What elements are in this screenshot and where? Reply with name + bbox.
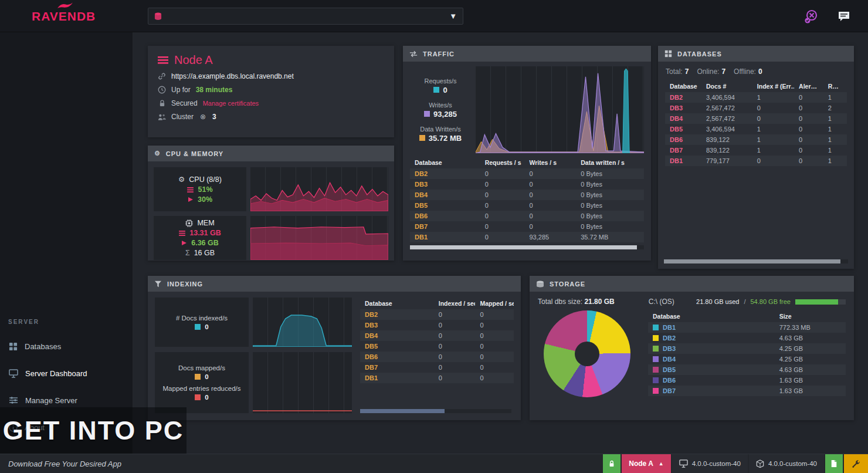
db-link[interactable]: DB7: [663, 387, 676, 394]
db-link[interactable]: DB1: [663, 324, 676, 331]
cell: 0: [480, 190, 525, 200]
db-link[interactable]: DB1: [410, 232, 480, 242]
cell: 0 Bytes: [576, 211, 644, 221]
cell: 2,567,472: [701, 113, 752, 124]
db-color-swatch: [653, 377, 659, 383]
node-url[interactable]: https://a.example.dbs.local.ravendb.net: [171, 72, 294, 80]
cell: 0 Bytes: [576, 221, 644, 232]
db-link[interactable]: DB2: [665, 92, 701, 103]
storage-pie[interactable]: [544, 310, 630, 397]
horizontal-scrollbar[interactable]: [664, 259, 848, 263]
db-link[interactable]: DB4: [410, 190, 480, 200]
horizontal-scrollbar[interactable]: [360, 409, 511, 413]
requests-stat: Requests/s 0: [410, 77, 471, 94]
col-header: Mapped / sec: [475, 298, 514, 309]
dashboard-monitor-icon: [9, 369, 18, 378]
db-link[interactable]: DB2: [410, 168, 480, 179]
table-row: DB6839,122101: [665, 134, 847, 145]
table-row: DB500: [360, 341, 514, 352]
col-header: Data written / s: [576, 157, 644, 168]
col-header: Docs #: [701, 80, 752, 92]
cell: 0: [480, 200, 525, 211]
machine-lines-icon: [187, 187, 194, 192]
db-link[interactable]: DB5: [665, 124, 701, 134]
database-switcher-dropdown[interactable]: ▼: [148, 8, 463, 25]
db-link[interactable]: DB6: [663, 377, 676, 384]
cell: 1: [823, 113, 847, 124]
studio-version-button[interactable]: 4.0.0-custom-40: [672, 454, 748, 473]
col-header: R…: [823, 80, 847, 92]
panel-header: STORAGE: [530, 276, 854, 292]
mem-total-value: 16 GB: [194, 249, 215, 257]
db-link[interactable]: DB4: [360, 330, 434, 341]
mem-process-value: 6.36 GB: [191, 239, 219, 247]
admin-tools-button[interactable]: [844, 454, 868, 473]
sidebar-section-label: SERVER: [8, 319, 39, 325]
notifications-button[interactable]: [825, 454, 843, 473]
databases-grid-icon: [664, 50, 672, 58]
feedback-icon[interactable]: [835, 8, 853, 25]
table-row: DB23,406,594101: [665, 92, 847, 103]
db-link[interactable]: DB6: [410, 211, 480, 221]
memory-statbox: MEM 13.31 GB 6.36 GB Σ 16 GB: [154, 216, 246, 260]
writes-swatch: [424, 111, 430, 117]
traffic-arrows-icon: [409, 50, 418, 58]
manage-certificates-link[interactable]: Manage certificates: [203, 100, 259, 107]
cluster-status-icon[interactable]: [802, 8, 820, 25]
cell: 0: [475, 320, 514, 330]
db-link[interactable]: DB5: [410, 200, 480, 211]
download-watermark-text: Download Free Your Desired App: [8, 460, 121, 468]
db-link[interactable]: DB6: [360, 352, 434, 362]
db-link[interactable]: DB5: [663, 366, 676, 373]
reduced-swatch: [195, 394, 201, 400]
getintopc-watermark: GET INTO PC: [0, 407, 187, 454]
db-link[interactable]: DB6: [665, 134, 701, 145]
cell: 1: [752, 92, 794, 103]
cell: 1: [823, 134, 847, 145]
db-link[interactable]: DB7: [665, 145, 701, 156]
db-link[interactable]: DB3: [663, 345, 676, 352]
ravendb-logo: RAVENDB: [32, 9, 96, 23]
db-color-swatch: [653, 335, 659, 341]
db-link[interactable]: DB4: [665, 113, 701, 124]
sidebar-item-databases[interactable]: Databases: [0, 333, 133, 360]
cell: 1: [752, 134, 794, 145]
db-link[interactable]: DB3: [410, 179, 480, 190]
cell: 839,122: [701, 145, 752, 156]
db-link[interactable]: DB3: [665, 103, 701, 113]
node-selector-button[interactable]: Node A▲: [622, 454, 670, 473]
monitor-icon: [679, 460, 688, 468]
link-icon: [158, 72, 166, 80]
cell: 0: [794, 113, 823, 124]
col-header: Aler…: [794, 80, 823, 92]
sidebar-item-label: Databases: [25, 342, 61, 351]
db-link[interactable]: DB7: [360, 362, 434, 373]
mem-machine-value: 13.31 GB: [189, 229, 221, 237]
table-row: DB34.25 GB: [648, 343, 846, 354]
cell: 0: [475, 373, 514, 383]
sidebar-item-server-dashboard[interactable]: Server Dashboard: [0, 360, 133, 387]
writes-stat: Writes/s 93,285: [410, 102, 471, 119]
cluster-people-icon: [158, 113, 166, 121]
server-version-button[interactable]: 4.0.0-custom-40: [749, 454, 824, 473]
db-link[interactable]: DB1: [665, 156, 701, 166]
db-link[interactable]: DB5: [360, 341, 434, 352]
db-link[interactable]: DB1: [360, 373, 434, 383]
db-link[interactable]: DB2: [663, 335, 676, 342]
sidebar: SERVER Databases Server Dashboard Manage…: [0, 32, 133, 454]
cell: 0: [434, 373, 476, 383]
db-link[interactable]: DB3: [360, 320, 434, 330]
panel-header: DATABASES: [658, 46, 854, 62]
db-link[interactable]: DB4: [663, 356, 676, 363]
secure-lock-button[interactable]: [603, 454, 621, 473]
horizontal-scrollbar[interactable]: [410, 245, 644, 249]
cell: 1.63 GB: [775, 386, 846, 396]
db-color-swatch: [653, 367, 659, 373]
cluster-node-count: 3: [212, 113, 216, 121]
db-link[interactable]: DB7: [410, 221, 480, 232]
databases-table: Database Docs # Index # (Err… Aler… R… D…: [665, 80, 847, 166]
online-count: 7: [721, 67, 725, 76]
db-link[interactable]: DB2: [360, 309, 434, 320]
cell: 0: [524, 200, 576, 211]
cell: 0 Bytes: [576, 200, 644, 211]
